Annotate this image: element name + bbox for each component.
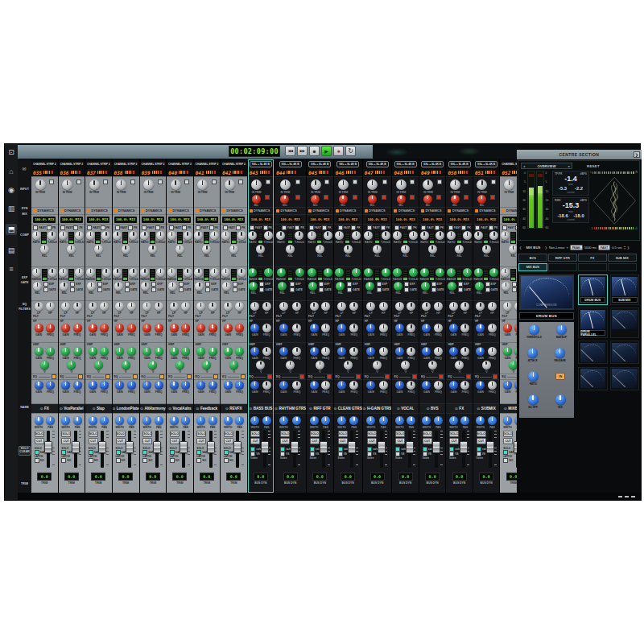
plugin-slot[interactable]: SSL + SL 4K B (446, 159, 473, 168)
hmf-q-knob[interactable] (316, 361, 324, 369)
dynamics-mix-display[interactable]: 100.0% MIX (448, 217, 471, 223)
comp-threshold-knob[interactable] (463, 231, 472, 240)
hmf-q-knob[interactable] (67, 361, 76, 369)
scale-mode[interactable]: Non-Linear (549, 246, 565, 250)
mic-line-button[interactable] (436, 195, 441, 200)
hp-filter-knob[interactable] (488, 302, 497, 311)
gate-release-knob[interactable] (60, 282, 68, 291)
lf-freq-knob[interactable] (73, 381, 82, 390)
gate-button[interactable] (431, 287, 436, 292)
hmf-q-knob[interactable] (122, 361, 130, 369)
width-knob[interactable] (422, 416, 431, 425)
lf-freq-knob[interactable] (349, 381, 358, 390)
gate-button[interactable] (43, 287, 48, 292)
hmf-gain-knob[interactable] (115, 347, 124, 356)
plugin-slot[interactable]: CHANNEL STRIP 2 (31, 159, 58, 168)
hmf-freq-knob[interactable] (155, 347, 163, 356)
pan-knob[interactable] (73, 416, 82, 425)
phase-button[interactable] (491, 180, 496, 184)
in-trim-knob[interactable] (62, 180, 72, 190)
width-knob[interactable] (115, 416, 124, 425)
width-knob[interactable] (224, 416, 233, 425)
plugin-slot[interactable]: SSL + SL 4K B (363, 159, 392, 168)
hf-gain-knob[interactable] (224, 324, 233, 332)
cut-button[interactable]: CUT (338, 438, 348, 444)
lf-freq-knob[interactable] (262, 381, 271, 390)
comp-ratio-knob[interactable] (167, 231, 176, 240)
bus-vu-meter[interactable] (610, 367, 640, 390)
loop-button[interactable]: ↻ (345, 146, 356, 156)
comp-release-knob[interactable] (555, 348, 565, 358)
fader-track[interactable] (322, 431, 325, 468)
solo-button[interactable]: SOLO (280, 431, 290, 437)
plugin-slot[interactable]: SSL + SL 4K B (275, 159, 306, 168)
lp-filter-knob[interactable] (142, 302, 151, 311)
comp-fast-button[interactable] (282, 225, 287, 230)
rms-window-value[interactable]: 0.5 sec (612, 246, 622, 250)
in-trim-knob[interactable] (423, 180, 433, 190)
comp-pk-button[interactable] (351, 225, 356, 230)
gate-threshold-knob[interactable] (48, 268, 57, 277)
lf-freq-knob[interactable] (235, 381, 244, 390)
listen-sc-checkbox[interactable] (503, 458, 508, 463)
mic-line-button[interactable] (410, 195, 415, 200)
lp-filter-knob[interactable] (337, 302, 346, 311)
comp-release-knob[interactable] (40, 245, 49, 254)
comp-threshold-knob[interactable] (409, 231, 418, 240)
gate-button[interactable] (347, 287, 352, 292)
lf-freq-knob[interactable] (321, 381, 330, 390)
bus-vu-meter[interactable] (578, 367, 608, 390)
gate-button[interactable] (70, 287, 75, 292)
gate-range-knob[interactable] (474, 268, 483, 277)
fast-forward-button[interactable]: ▶▶ (297, 146, 308, 156)
bus-button[interactable]: SUB MIX (608, 254, 637, 262)
peak-hold-value[interactable]: 5000 ms (584, 246, 597, 250)
hmf-freq-knob[interactable] (349, 347, 358, 356)
in-trim-knob[interactable] (504, 180, 514, 190)
cut-button[interactable]: CUT (423, 438, 432, 444)
gate-button[interactable] (404, 287, 409, 292)
solo-button[interactable]: SOLO (338, 431, 348, 437)
comp-ratio-knob[interactable] (474, 231, 483, 240)
phase-button[interactable] (103, 180, 108, 184)
channel-name-row[interactable]: ⊙RIFF GTR (307, 403, 333, 413)
gate-threshold-knob[interactable] (352, 268, 361, 277)
lf-freq-knob[interactable] (379, 381, 388, 390)
compressor-bus-name[interactable]: DRUM BUS (519, 312, 574, 320)
hf-freq-knob[interactable] (379, 324, 388, 332)
comp-threshold-knob[interactable] (489, 231, 498, 240)
hmf-freq-knob[interactable] (292, 347, 301, 356)
comp-ratio-knob[interactable] (447, 231, 456, 240)
hmf-freq-knob[interactable] (127, 347, 136, 356)
in-trim-knob[interactable] (311, 180, 321, 190)
channel-name-row[interactable]: ⊙CLEAN GTRS (334, 403, 362, 413)
cut-button[interactable]: CUT (280, 438, 290, 444)
dynamics-mix-display[interactable]: 100.0% MIX (114, 217, 137, 223)
hf-freq-knob[interactable] (181, 324, 190, 332)
lp-filter-knob[interactable] (196, 302, 205, 311)
width-knob[interactable] (142, 416, 151, 425)
comp-release-knob[interactable] (94, 245, 103, 254)
cut-button[interactable]: CUT (503, 438, 513, 444)
bus-vu-meter[interactable]: SUB MIX (610, 275, 640, 305)
in-trim-knob[interactable] (143, 180, 154, 190)
solo-button[interactable]: SOLO (35, 431, 44, 437)
hf-gain-knob[interactable] (366, 324, 375, 332)
hf-freq-knob[interactable] (262, 324, 271, 332)
fader-handle[interactable] (180, 441, 188, 453)
fader-handle[interactable] (72, 441, 80, 453)
gate-button[interactable] (125, 287, 130, 292)
dynamics-mix-display[interactable]: 100.0% MIX (142, 217, 164, 223)
mic-gain-knob[interactable] (477, 195, 486, 204)
gate-range-knob[interactable] (86, 268, 95, 277)
rms-window-button[interactable]: FAST (598, 245, 610, 250)
comp-pk-button[interactable] (155, 225, 160, 230)
meter-source[interactable]: MIX BUS (526, 246, 540, 250)
plugin-slot[interactable]: CHANNEL STRIP 2 (113, 159, 139, 168)
mic-gain-knob[interactable] (280, 195, 289, 204)
lf-freq-knob[interactable] (127, 381, 136, 390)
channel-name-row[interactable]: ⊙FX (31, 403, 58, 413)
hf-freq-knob[interactable] (321, 324, 330, 332)
hf-freq-knob[interactable] (235, 324, 244, 332)
comp-threshold-knob[interactable] (47, 231, 56, 240)
